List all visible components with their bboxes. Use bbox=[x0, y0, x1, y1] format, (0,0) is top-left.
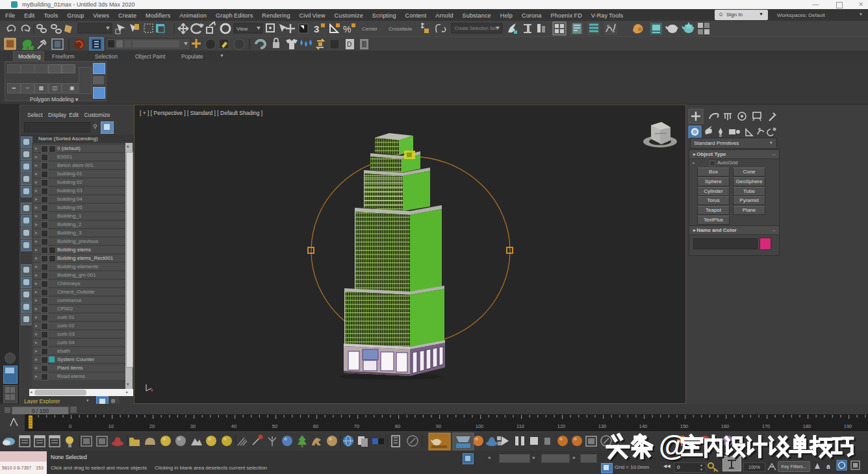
svg-text:D: D bbox=[347, 41, 351, 48]
svg-text:Create Selection Set: Create Selection Set bbox=[455, 26, 496, 31]
svg-text:60: 60 bbox=[313, 423, 318, 429]
svg-text:View: View bbox=[236, 26, 248, 32]
svg-text:Center: Center bbox=[362, 26, 377, 32]
svg-text:20: 20 bbox=[149, 423, 155, 429]
svg-text:120: 120 bbox=[557, 423, 566, 429]
svg-text:110: 110 bbox=[517, 423, 524, 429]
svg-text:100: 100 bbox=[476, 423, 484, 429]
svg-text:80: 80 bbox=[395, 423, 400, 429]
svg-text:[ + ] [ Perspective ] [ Standa: [ + ] [ Perspective ] [ Standard ] [ Def… bbox=[140, 110, 262, 116]
svg-text:50: 50 bbox=[272, 423, 277, 429]
svg-text:30: 30 bbox=[190, 423, 196, 429]
svg-text:Crossfade: Crossfade bbox=[389, 26, 413, 32]
svg-text:@: @ bbox=[659, 430, 687, 462]
svg-text:10: 10 bbox=[108, 423, 114, 429]
svg-text:%: % bbox=[343, 24, 351, 34]
svg-text:3: 3 bbox=[314, 23, 319, 34]
svg-text:40: 40 bbox=[231, 423, 236, 429]
svg-text:0: 0 bbox=[69, 423, 71, 429]
svg-text:90: 90 bbox=[436, 423, 441, 429]
svg-text:70: 70 bbox=[354, 423, 359, 429]
